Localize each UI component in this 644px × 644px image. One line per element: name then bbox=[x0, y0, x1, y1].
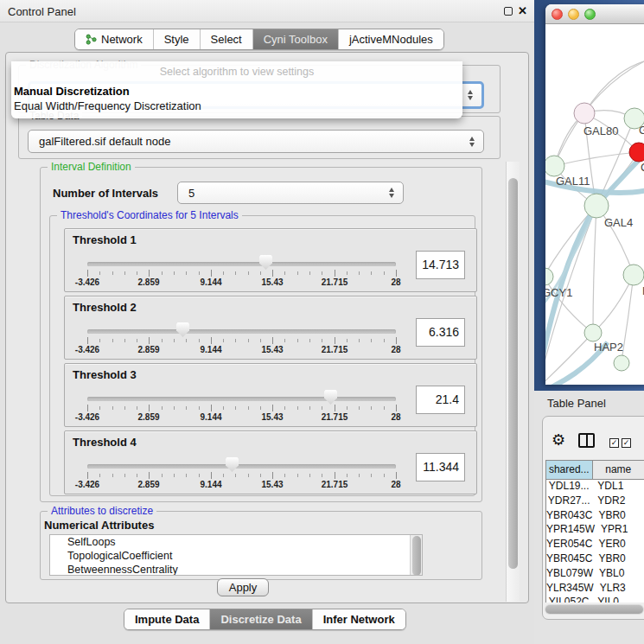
table-row[interactable]: YBR043CYBR0 bbox=[546, 509, 644, 524]
tab-discretize-data[interactable]: Discretize Data bbox=[210, 609, 312, 629]
dropdown-option-manual[interactable]: Manual Discretization bbox=[14, 85, 130, 98]
network-window-titlebar[interactable] bbox=[545, 4, 644, 24]
tick-label: -3.426 bbox=[66, 345, 109, 354]
cell[interactable]: YBL0 bbox=[593, 567, 644, 582]
table-row[interactable]: YBL079WYBL0 bbox=[546, 567, 644, 582]
node-gcy1[interactable] bbox=[545, 268, 553, 285]
node-gal4[interactable] bbox=[584, 194, 609, 218]
threshold-value[interactable]: 11.344 bbox=[416, 453, 465, 481]
tab-jactivemnodules[interactable]: jActiveMNodules bbox=[339, 29, 443, 49]
num-intervals-combobox[interactable]: 5 bbox=[177, 182, 404, 204]
list-item[interactable]: TopologicalCoefficient bbox=[50, 549, 422, 563]
node-label: C bbox=[641, 161, 644, 174]
table-row[interactable]: YPR145WYPR1 bbox=[546, 523, 644, 538]
tab-cyni-toolbox[interactable]: Cyni Toolbox bbox=[253, 29, 339, 49]
tick-label: 9.144 bbox=[189, 412, 233, 422]
column-header-name[interactable]: name bbox=[593, 461, 644, 479]
slider-thumb[interactable] bbox=[324, 390, 337, 405]
cell[interactable]: YBR045C bbox=[546, 552, 592, 567]
node-h[interactable] bbox=[623, 265, 644, 285]
cell[interactable]: YBL079W bbox=[546, 567, 593, 582]
column-header-shared-name[interactable]: shared... bbox=[546, 461, 593, 479]
table-row[interactable]: YLR345WYLR3 bbox=[546, 582, 644, 596]
node-table[interactable]: shared... name YDL19...YDL1 YDR27...YDR2… bbox=[545, 460, 644, 603]
table-row[interactable]: YBR045CYBR0 bbox=[546, 552, 644, 567]
tab-network[interactable]: Network bbox=[75, 29, 154, 49]
checkbox-icon[interactable]: ✓ bbox=[622, 438, 631, 448]
slider-thumb[interactable] bbox=[176, 322, 189, 337]
cell[interactable]: YBR0 bbox=[592, 509, 644, 524]
tab-select[interactable]: Select bbox=[201, 29, 253, 49]
tab-impute-data[interactable]: Impute Data bbox=[124, 609, 210, 629]
control-panel: Control Panel ✕ Network Style Select bbox=[0, 0, 534, 644]
attributes-list[interactable]: SelfLoops TopologicalCoefficient Between… bbox=[49, 534, 423, 576]
tab-label: Style bbox=[164, 33, 189, 46]
cell[interactable]: YDR27... bbox=[546, 494, 591, 509]
tab-label: Impute Data bbox=[135, 613, 199, 626]
network-icon bbox=[86, 34, 97, 45]
cell[interactable]: YER054C bbox=[546, 538, 592, 552]
zoom-traffic-light-icon[interactable] bbox=[584, 9, 596, 20]
table-row[interactable]: YDL19...YDL1 bbox=[546, 480, 644, 494]
checkbox-icon[interactable]: ✓ bbox=[609, 438, 619, 448]
gear-icon[interactable]: ⚙ bbox=[552, 430, 565, 450]
threshold-value[interactable]: 21.4 bbox=[416, 386, 465, 414]
network-graph[interactable]: GAL80 GA C GAL11 GAL4 GCY1 H HAP2 bbox=[545, 24, 644, 385]
tab-style[interactable]: Style bbox=[154, 29, 201, 49]
cell[interactable]: YDR2 bbox=[591, 494, 644, 509]
table-row[interactable]: YDR27...YDR2 bbox=[546, 494, 644, 509]
network-canvas[interactable]: GAL80 GA C GAL11 GAL4 GCY1 H HAP2 bbox=[545, 24, 644, 385]
tick-label: 2.859 bbox=[127, 277, 170, 287]
tick-label: 21.715 bbox=[313, 277, 356, 287]
content-scrollbar[interactable] bbox=[506, 162, 520, 602]
list-item[interactable]: SelfLoops bbox=[50, 535, 422, 549]
float-window-icon[interactable] bbox=[504, 7, 513, 16]
columns-icon[interactable] bbox=[578, 433, 595, 448]
slider-thumb[interactable] bbox=[259, 255, 272, 270]
list-scrollbar[interactable] bbox=[410, 535, 422, 575]
node-gal80[interactable] bbox=[574, 103, 595, 124]
dropdown-option-equal-width[interactable]: Equal Width/Frequency Discretization bbox=[14, 99, 201, 112]
tab-label: Discretize Data bbox=[220, 613, 301, 626]
slider-thumb[interactable] bbox=[226, 457, 239, 472]
node-selected-red[interactable] bbox=[629, 143, 644, 162]
list-item[interactable]: BetweennessCentrality bbox=[50, 563, 422, 576]
table-row[interactable]: YER054CYER0 bbox=[546, 538, 644, 552]
threshold-label: Threshold 1 bbox=[73, 233, 137, 246]
threshold-value[interactable]: 6.316 bbox=[416, 318, 465, 347]
minimize-traffic-light-icon[interactable] bbox=[568, 9, 579, 20]
table-panel-title: Table Panel bbox=[547, 397, 606, 410]
threshold-slider[interactable] bbox=[87, 262, 396, 266]
cell[interactable]: YPR1 bbox=[595, 523, 644, 538]
dropdown-hint: Select algorithm to view settings bbox=[11, 66, 462, 78]
threshold-slider[interactable] bbox=[87, 464, 396, 469]
table-data-combobox[interactable]: galFiltered.sif default node bbox=[28, 130, 484, 153]
cell[interactable]: YER0 bbox=[592, 538, 644, 552]
threshold-label: Threshold 3 bbox=[73, 368, 137, 381]
threshold-slider[interactable] bbox=[87, 397, 396, 401]
threshold-slider[interactable] bbox=[87, 329, 396, 334]
cell[interactable]: YIL0 bbox=[591, 596, 644, 603]
cell[interactable]: YDL19... bbox=[546, 480, 591, 494]
apply-button[interactable]: Apply bbox=[217, 578, 269, 596]
table-row[interactable]: YIL052CYIL0 bbox=[546, 596, 644, 603]
table-header-row: shared... name bbox=[546, 461, 644, 480]
cell[interactable]: YIL052C bbox=[546, 596, 591, 603]
node-hap2[interactable] bbox=[584, 324, 602, 341]
cell[interactable]: YDL1 bbox=[591, 480, 644, 494]
close-icon[interactable]: ✕ bbox=[518, 4, 527, 17]
cell[interactable]: YBR0 bbox=[592, 552, 644, 567]
cell[interactable]: YPR145W bbox=[546, 523, 595, 538]
scrollbar-thumb[interactable] bbox=[508, 178, 518, 569]
node-bottom[interactable] bbox=[614, 355, 629, 371]
num-intervals-value: 5 bbox=[188, 187, 194, 200]
cell[interactable]: YBR043C bbox=[546, 509, 592, 524]
tab-infer-network[interactable]: Infer Network bbox=[313, 609, 405, 629]
scrollbar-thumb[interactable] bbox=[545, 605, 643, 614]
close-traffic-light-icon[interactable] bbox=[552, 9, 563, 20]
cell[interactable]: YLR3 bbox=[594, 582, 644, 596]
threshold-value[interactable]: 14.713 bbox=[416, 251, 465, 279]
node-gal11[interactable] bbox=[545, 156, 564, 176]
cell[interactable]: YLR345W bbox=[546, 582, 594, 596]
table-horizontal-scrollbar[interactable] bbox=[545, 604, 644, 615]
